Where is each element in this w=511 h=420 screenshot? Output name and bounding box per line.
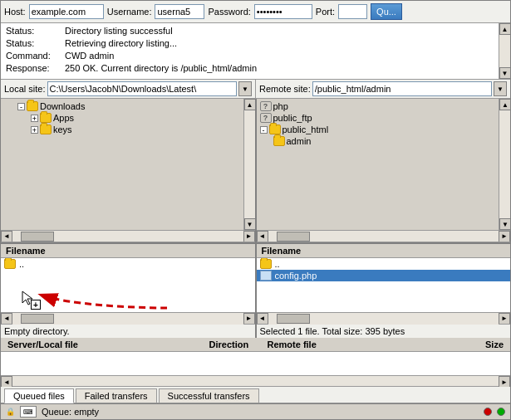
remote-filelist-hscroll-track[interactable] — [268, 313, 499, 325]
remote-site-path[interactable] — [312, 81, 492, 96]
folder-icon-public-html — [269, 125, 281, 134]
local-tree-scroll-up[interactable]: ▲ — [244, 99, 255, 110]
status-bottom: 🔒 ⌨ Queue: empty — [1, 403, 510, 419]
transfer-col-direction: Direction — [206, 339, 264, 349]
remote-tree-scroll-up[interactable]: ▲ — [499, 99, 510, 110]
tree-item-downloads[interactable]: - Downloads — [4, 100, 240, 112]
local-filelist-scroll-left[interactable]: ◄ — [1, 313, 12, 325]
tabs-bar: Queued files Failed transfers Successful… — [1, 387, 510, 403]
local-site-path[interactable] — [47, 81, 237, 96]
status-scrollbar: ▲ ▼ — [499, 23, 510, 79]
transfer-scroll-right[interactable]: ► — [499, 376, 510, 388]
tree-item-public-html[interactable]: - public_html — [260, 124, 496, 135]
remote-tree-scroll-down[interactable]: ▼ — [499, 218, 510, 230]
remote-site-label: Remote site: — [259, 84, 311, 94]
local-tree: - Downloads + Apps — [1, 99, 243, 230]
expand-public-html[interactable]: - — [260, 126, 268, 134]
toolbar: Host: Username: Password: Port: Qu... — [1, 1, 510, 23]
remote-folder-icon-up — [260, 259, 272, 269]
status-val-2: Retrieving directory listing... — [65, 37, 177, 50]
local-tree-vscroll: ▲ ▼ — [243, 99, 255, 230]
local-tree-hscroll-track[interactable] — [12, 231, 243, 242]
remote-filelist-hscroll-thumb[interactable] — [277, 314, 310, 324]
cursor-icon: + — [21, 290, 37, 308]
file-icon-config — [260, 271, 272, 281]
indicator-red — [484, 408, 492, 416]
remote-filelist-scroll-left[interactable]: ◄ — [257, 313, 268, 325]
tree-item-label-ftp: public_ftp — [273, 113, 312, 123]
tree-item-label-admin: admin — [287, 136, 312, 146]
expand-keys[interactable]: + — [31, 126, 38, 134]
remote-file-name-up: .. — [275, 259, 280, 269]
port-label: Port: — [316, 7, 335, 17]
remote-filelist-scroll-right[interactable]: ► — [499, 313, 510, 325]
local-tree-scroll-left[interactable]: ◄ — [1, 231, 12, 242]
tab-successful-transfers[interactable]: Successful transfers — [159, 388, 259, 403]
transfer-queue-header: Server/Local file Direction Remote file … — [1, 338, 510, 352]
local-tree-hscroll-thumb[interactable] — [21, 232, 54, 242]
transfer-scroll-track[interactable] — [12, 376, 499, 386]
remote-tree-scroll-track[interactable] — [499, 110, 510, 218]
local-tree-scroll-track[interactable] — [244, 110, 255, 218]
remote-site-dropdown[interactable]: ▼ — [494, 81, 507, 96]
remote-filelist-content: .. config.php — [257, 258, 511, 312]
local-site-label: Local site: — [4, 84, 46, 94]
tab-failed-transfers[interactable]: Failed transfers — [76, 388, 157, 403]
host-input[interactable] — [29, 4, 104, 19]
password-label: Password: — [208, 7, 250, 17]
local-file-row-up[interactable]: .. — [1, 258, 255, 270]
tree-item-php[interactable]: ? php — [260, 100, 496, 112]
password-input[interactable] — [254, 4, 312, 19]
expand-downloads[interactable]: - — [17, 103, 25, 110]
remote-tree-hscroll: ◄ ► — [257, 230, 511, 242]
scroll-up-arrow[interactable]: ▲ — [499, 23, 511, 35]
local-tree-scroll-right[interactable]: ► — [243, 231, 255, 242]
tree-item-apps[interactable]: + Apps — [4, 112, 240, 124]
local-site-dropdown[interactable]: ▼ — [238, 81, 252, 96]
tree-item-admin[interactable]: admin — [260, 135, 496, 147]
connect-button[interactable]: Qu... — [371, 3, 402, 20]
remote-tree-scroll-left[interactable]: ◄ — [257, 231, 268, 242]
remote-file-row-config[interactable]: config.php — [257, 270, 511, 281]
transfer-col-remote: Remote file — [264, 339, 466, 349]
status-key-1: Status: — [6, 25, 60, 37]
username-input[interactable] — [155, 4, 204, 19]
expand-apps[interactable]: + — [31, 115, 38, 122]
folder-icon-downloads — [27, 101, 38, 111]
transfer-hscroll: ◄ ► — [1, 375, 510, 387]
local-filelist-area: Filename .. — [1, 242, 255, 338]
status-val-3: CWD admin — [65, 50, 114, 62]
tree-item-label-keys: keys — [53, 125, 72, 134]
local-file-name-up: .. — [19, 259, 24, 269]
question-icon-ftp: ? — [260, 113, 272, 123]
tree-item-label-public-html: public_html — [283, 125, 329, 134]
status-key-3: Command: — [6, 50, 60, 62]
transfer-col-size: Size — [465, 339, 507, 349]
local-filelist-scroll-right[interactable]: ► — [243, 313, 255, 325]
remote-tree-scroll-right[interactable]: ► — [499, 231, 510, 242]
tree-item-label-downloads: Downloads — [40, 101, 85, 111]
port-input[interactable] — [338, 4, 367, 19]
remote-status-bar: Selected 1 file. Total size: 395 bytes — [257, 324, 511, 338]
remote-tree-hscroll-track[interactable] — [268, 231, 499, 242]
remote-filelist-area: Filename .. config.php ◄ — [257, 242, 511, 338]
local-filelist-hscroll-thumb[interactable] — [21, 314, 54, 324]
remote-tree-scroll: ? php ? public_ftp - public_html — [257, 99, 511, 230]
remote-tree: ? php ? public_ftp - public_html — [257, 99, 499, 230]
left-panel: - Downloads + Apps — [1, 99, 257, 338]
local-tree-scroll-down[interactable]: ▼ — [244, 218, 255, 230]
tree-item-public-ftp[interactable]: ? public_ftp — [260, 112, 496, 124]
indicator-green — [497, 408, 505, 416]
scroll-down-arrow[interactable]: ▼ — [499, 67, 511, 79]
local-filelist-hscroll-track[interactable] — [12, 313, 243, 325]
scroll-track[interactable] — [499, 35, 511, 67]
tab-queued-files[interactable]: Queued files — [4, 388, 74, 403]
transfer-scroll-left[interactable]: ◄ — [1, 376, 12, 388]
remote-file-row-up[interactable]: .. — [257, 258, 511, 270]
local-site-bar: Local site: ▼ — [1, 80, 256, 98]
transfer-content — [1, 352, 510, 375]
remote-tree-hscroll-thumb[interactable] — [277, 232, 310, 242]
local-tree-scroll: - Downloads + Apps — [1, 99, 255, 230]
tree-item-keys[interactable]: + keys — [4, 124, 240, 135]
local-filelist-header: Filename — [1, 244, 255, 258]
